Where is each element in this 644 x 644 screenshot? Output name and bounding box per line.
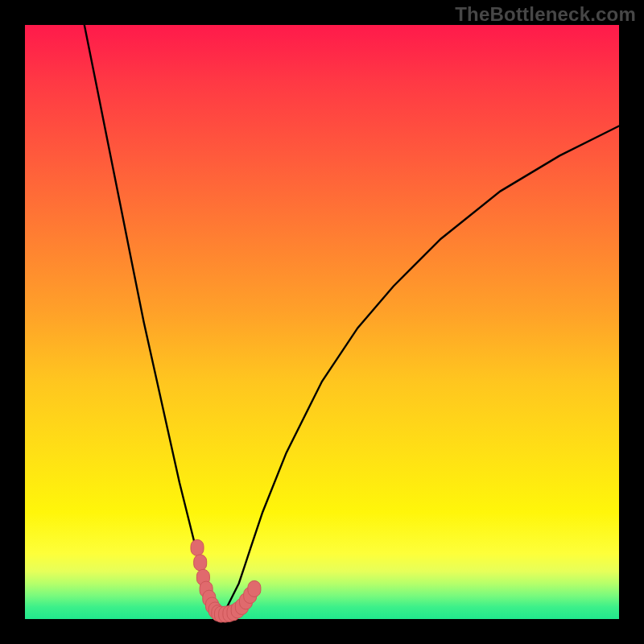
- chart-marker: [191, 539, 204, 555]
- chart-marker: [194, 555, 207, 571]
- bottleneck-curve: [85, 25, 619, 613]
- watermark-text: TheBottleneck.com: [455, 3, 636, 26]
- chart-frame: TheBottleneck.com: [0, 0, 644, 644]
- chart-marker: [248, 580, 261, 597]
- chart-plot-area: [25, 25, 619, 619]
- chart-svg: [25, 25, 619, 619]
